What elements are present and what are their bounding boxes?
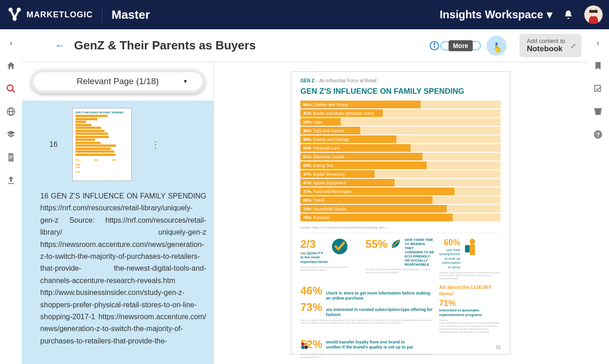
svg-rect-11 [9,155,12,156]
bar-row: 61%Electronic Goods [300,153,501,161]
add-line2: Notebook [527,44,565,54]
document-icon[interactable] [6,152,16,162]
svg-rect-16 [594,108,602,110]
page-excerpt: 16 GEN Z'S INFLUENCE ON FAMILY SPENDING … [40,190,206,347]
archive-icon[interactable] [593,107,603,117]
svg-point-28 [301,346,304,349]
stat-two-thirds: 2/3 say QUALITY is the most important fa… [300,238,361,280]
bar-row: 66%Travel [300,196,501,204]
chart-source: Source: https://nrf.com/resources/retail… [300,226,501,229]
add-to-notebook-button[interactable]: Add content to Notebook ⤢ [519,34,582,57]
more-menu-button[interactable]: ••• 👆 [486,36,507,56]
svg-text:?: ? [596,131,600,138]
caret-down-icon: ▾ [547,8,552,21]
help-icon[interactable]: ? [593,129,603,139]
expand-left-rail-icon[interactable]: › [10,38,12,48]
svg-rect-5 [589,10,598,13]
expand-right-rail-icon[interactable]: ‹ [597,38,599,48]
header-row: ← GenZ & Their Parents as Buyers More ••… [22,29,587,62]
left-panel: Relevant Page (1/18) ▼ 16 GEN Z'S INFLUE… [22,62,214,364]
relevant-page-label: Relevant Page (1/18) [77,76,159,86]
influence-bar-chart: 60%Clothes and Shoes41%Books and Music (… [300,101,501,221]
right-rail: ‹ ? [587,29,609,364]
doc-eyebrow: GEN Z – An Influential Force at Retail [300,78,501,83]
svg-point-26 [301,343,304,346]
caret-down-icon: ▼ [183,78,188,85]
bar-row: 20%Apps [300,118,501,126]
svg-rect-13 [9,158,11,159]
checklist-icon[interactable] [593,84,603,94]
svg-point-2 [13,17,17,21]
svg-rect-14 [8,183,14,184]
relevant-page-dropdown[interactable]: Relevant Page (1/18) ▼ [31,70,205,93]
svg-point-29 [304,346,308,349]
page-list: 16 GEN Z'S INFLUENCE ON FAMILY SPENDING [22,101,214,364]
more-tooltip-wrap: More [449,40,473,51]
globe-icon[interactable] [6,107,16,117]
check-badge-icon [331,238,348,255]
info-icon[interactable] [429,41,439,51]
logo-text: MARKETLOGIC [27,10,93,20]
home-icon[interactable] [6,61,16,71]
marketlogic-icon [6,6,23,23]
more-tooltip: More [449,40,473,51]
back-button[interactable]: ← [55,40,68,52]
svg-rect-12 [9,157,12,157]
page-item-menu[interactable]: ⋮ [151,139,160,150]
divider [102,6,102,23]
doc-page-number: 16 [496,345,501,350]
svg-line-7 [12,90,15,93]
left-rail: › [0,29,22,364]
bookmark-icon[interactable] [593,61,603,71]
bar-row: 73%Household Goods [300,205,501,213]
svg-point-21 [434,43,435,44]
stat-luxury-seventyone: All about the LUXURY items! 71% interest… [439,284,501,333]
doc-footer-logo [300,342,309,350]
topbar: MARKETLOGIC Master Insights Workspace ▾ [0,0,609,29]
stat-sixty: 60% use their smartphones to look up inf… [439,238,501,280]
bar-row: 30%Toys and Games [300,127,501,134]
page-thumbnail-row[interactable]: 16 GEN Z'S INFLUENCE ON FAMILY SPENDING [40,108,206,181]
svg-rect-25 [465,245,470,252]
bar-row: 48%Events and Outings [300,135,501,143]
user-avatar[interactable] [584,5,603,24]
upload-icon[interactable] [6,175,16,185]
workspace-label: Insights Workspace [440,8,543,21]
expand-icon: ⤢ [571,42,576,49]
svg-point-6 [7,85,13,91]
leaf-icon [390,238,402,250]
page-title: GenZ & Their Parents as Buyers [74,38,256,53]
main: Relevant Page (1/18) ▼ 16 GEN Z'S INFLUE… [22,62,587,364]
search-icon[interactable] [6,84,16,94]
logo[interactable]: MARKETLOGIC [6,6,93,23]
page-thumbnail[interactable]: GEN Z'S INFLUENCE ON FAMILY SPENDING [72,108,132,181]
bar-row: 55%Personal Care [300,144,501,152]
stat-fortysix-seventythree: 46% check in store to get more informati… [300,284,435,333]
svg-point-27 [304,343,308,346]
bar-row: 37%Digital Streaming [300,170,501,178]
bar-row: 47%Sports Equipment [300,179,501,187]
phone-person-icon [463,238,477,258]
master-label[interactable]: Master [112,8,150,22]
cursor-hand-icon: 👆 [493,44,502,53]
bar-row: 77%Food and Beverages [300,187,501,195]
notifications-icon[interactable] [563,10,573,20]
document-preview-panel: GEN Z – An Influential Force at Retail G… [214,62,587,364]
page-number-label: 16 [49,140,58,149]
bar-row: 60%Clothes and Shoes [300,101,501,108]
stat-fiftytwo: 52% would transfer loyalty from one bran… [300,338,435,359]
bar-row: 76%Furniture [300,214,501,221]
workspace-dropdown[interactable]: Insights Workspace ▾ [440,8,552,21]
bar-row: 63%Eating Out [300,161,501,169]
add-line1: Add content to [527,37,565,44]
doc-title: GEN Z'S INFLUENCE ON FAMILY SPENDING [300,87,501,96]
svg-point-23 [470,239,475,244]
education-icon[interactable] [6,129,16,139]
stat-grid: 2/3 say QUALITY is the most important fa… [300,233,501,359]
document-page: GEN Z – An Influential Force at Retail G… [291,71,510,355]
bar-row: 41%Books and Music (physical coies) [300,109,501,117]
stat-fiftyfive: 55% GIVE THEIR TIME TO BRANDS THEY CONSI… [365,238,434,280]
svg-rect-24 [470,244,475,255]
